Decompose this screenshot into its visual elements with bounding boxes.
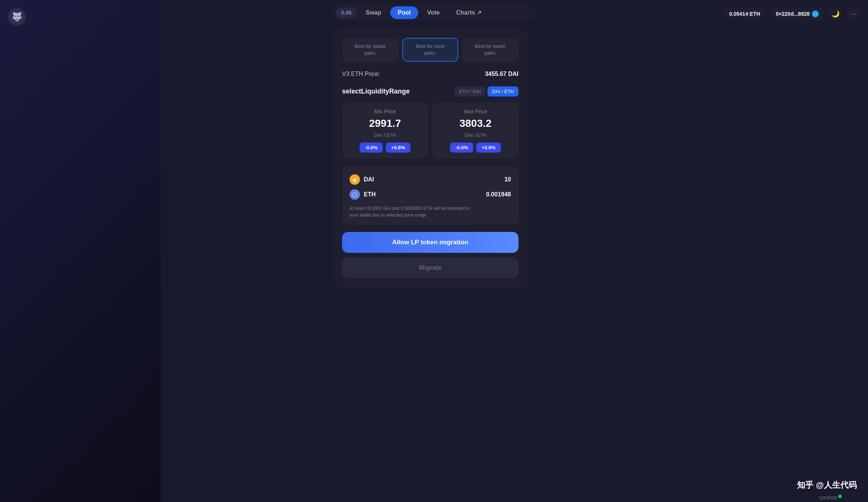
dai-amount: 10 [504, 176, 511, 183]
nav-right: 0.05414 ETH 0×220d...8828 🌙 ··· [723, 7, 861, 21]
pool-type-exotic-label: Best for exoticpairs. [467, 43, 514, 56]
min-price-minus-btn[interactable]: -0.6% [360, 143, 383, 153]
token-amounts-box: ◈ DAI 10 ⬡ ETH 0.001948 At least <0.0001… [342, 166, 518, 224]
pool-type-most-label: Best for mostpairs. [407, 43, 454, 56]
max-price-value: 3803.2 [459, 117, 492, 129]
min-price-label: Min Price [374, 108, 396, 114]
refund-note: At least <0.0001 DAI and 0.0009391 ETH w… [350, 205, 511, 218]
allow-lp-migration-button[interactable]: Allow LP token migration [342, 232, 518, 253]
logo-area: 🐺 [7, 7, 26, 26]
nav-badge: 0.05 [336, 7, 357, 18]
migrate-button[interactable]: Migrate [342, 257, 518, 278]
block-number: 12376332 [819, 496, 837, 500]
min-price-unit: DAI / ETH [374, 132, 396, 138]
wallet-address: 0×220d...8828 [776, 11, 810, 17]
dai-name: DAI [364, 176, 374, 183]
max-price-minus-btn[interactable]: -0.6% [450, 143, 473, 153]
dai-icon: ◈ [350, 174, 360, 185]
more-menu-button[interactable]: ··· [846, 7, 861, 21]
nav-pool[interactable]: Pool [390, 6, 418, 19]
min-price-plus-btn[interactable]: +0.6% [386, 143, 410, 153]
pool-types: Best for stablepairs. Best for mostpairs… [342, 38, 518, 62]
max-price-plus-btn[interactable]: +0.6% [476, 143, 501, 153]
min-price-buttons: -0.6% +0.6% [360, 143, 410, 153]
liquidity-title: selectLiquidityRange [342, 88, 410, 95]
price-value: 3455.67 DAI [485, 71, 518, 77]
min-price-value: 2991.7 [369, 117, 401, 129]
eth-icon: ⬡ [350, 189, 360, 200]
price-label: V3 ETH Price: [342, 71, 380, 77]
dark-mode-toggle[interactable]: 🌙 [828, 7, 843, 21]
eth-row: ⬡ ETH 0.001948 [350, 187, 511, 202]
nav-swap[interactable]: Swap [358, 6, 389, 19]
dai-info: ◈ DAI [350, 174, 374, 185]
eth-amount: 0.001948 [486, 191, 511, 198]
main-card: Best for stablepairs. Best for mostpairs… [333, 29, 527, 287]
pool-type-exotic[interactable]: Best for exoticpairs. [462, 38, 518, 62]
top-nav: 0.05 Swap Pool Vote Charts ↗ [333, 4, 535, 21]
pair-toggles: ETH / DAI DAI / ETH [455, 86, 518, 97]
price-boxes: Min Price 2991.7 DAI / ETH -0.6% +0.6% M… [342, 102, 518, 159]
pair-toggle-dai-eth[interactable]: DAI / ETH [487, 86, 518, 97]
pair-toggle-eth-dai[interactable]: ETH / DAI [455, 86, 486, 97]
main-wrapper: 0.05 Swap Pool Vote Charts ↗ Best for st… [333, 0, 535, 287]
pool-type-stable-label: Best for stablepairs. [347, 43, 394, 56]
max-price-box: Max Price 3803.2 DAI / ETH -0.6% +0.6% [433, 102, 518, 159]
globe-icon [812, 10, 819, 17]
watermark: 知乎 @人生代码 [797, 480, 857, 491]
pool-type-stable[interactable]: Best for stablepairs. [342, 38, 398, 62]
eth-name: ETH [364, 191, 376, 198]
max-price-buttons: -0.6% +0.6% [450, 143, 501, 153]
app-logo: 🐺 [7, 7, 26, 26]
max-price-label: Max Price [464, 108, 487, 114]
min-price-box: Min Price 2991.7 DAI / ETH -0.6% +0.6% [342, 102, 428, 159]
background-left [0, 0, 161, 502]
eth-info: ⬡ ETH [350, 189, 376, 200]
status-dot [838, 495, 842, 498]
dai-row: ◈ DAI 10 [350, 172, 511, 187]
wallet-badge[interactable]: 0×220d...8828 [770, 7, 825, 20]
nav-vote[interactable]: Vote [420, 6, 447, 19]
eth-balance-badge: 0.05414 ETH [723, 8, 766, 20]
price-row: V3 ETH Price: 3455.67 DAI [342, 69, 518, 79]
nav-charts[interactable]: Charts ↗ [449, 6, 489, 19]
pool-type-most[interactable]: Best for mostpairs. [402, 38, 459, 62]
liquidity-header: selectLiquidityRange ETH / DAI DAI / ETH [342, 86, 518, 97]
max-price-unit: DAI / ETH [465, 132, 487, 138]
